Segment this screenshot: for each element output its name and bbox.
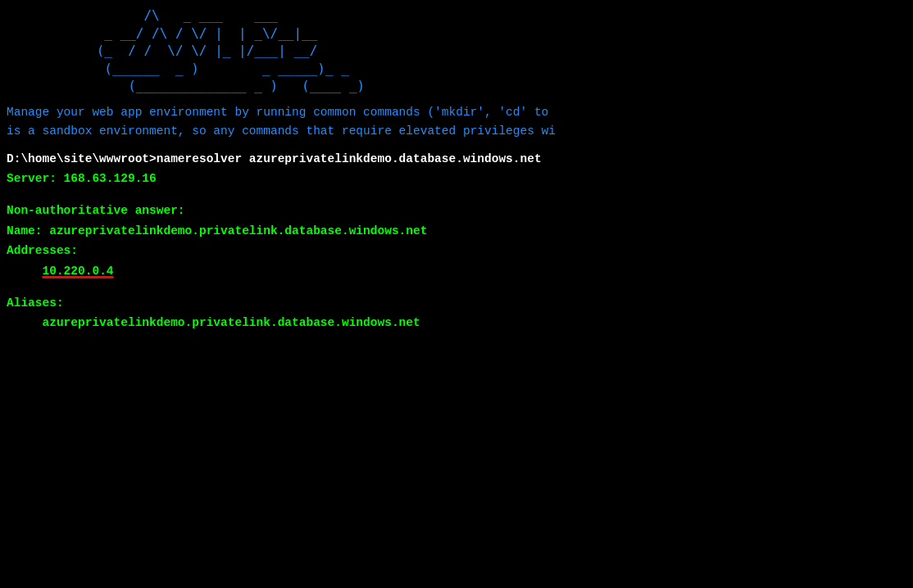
dns-name: Name: azureprivatelinkdemo.privatelink.d… [7,221,906,242]
non-auth-answer: Non-authoritative answer: [7,201,906,221]
aliases-header: Aliases: [7,293,906,314]
ip-address-line: 10.220.0.4 [7,261,906,282]
server-line: Server: 168.63.129.16 [7,169,906,189]
addresses-header: Addresses: [7,241,906,261]
banner-ascii: /\ _ ___ ___ _ __/ /\ / \/ | | _\/__|__ … [7,7,906,95]
prompt-command: D:\home\site\wwwroot>nameresolver azurep… [7,152,906,165]
terminal-screen: /\ _ ___ ___ _ __/ /\ / \/ | | _\/__|__ … [0,0,913,588]
alias-entry: azureprivatelinkdemo.privatelink.databas… [7,313,906,333]
ip-highlighted: 10.220.0.4 [43,265,114,278]
manage-info: Manage your web app environment by runni… [7,103,906,141]
